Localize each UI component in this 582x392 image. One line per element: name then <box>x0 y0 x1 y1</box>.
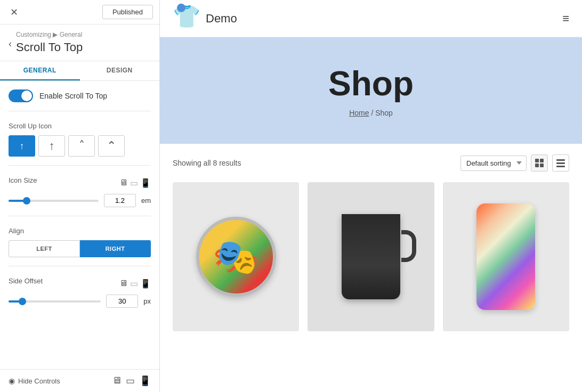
icon-size-input[interactable] <box>104 194 136 207</box>
icon-option-3[interactable]: ⌃ <box>98 135 125 157</box>
icon-option-2[interactable]: ˄ <box>68 135 95 157</box>
svg-rect-6 <box>556 166 565 167</box>
svg-rect-5 <box>556 162 565 164</box>
icon-option-1[interactable]: ↑ <box>38 135 65 157</box>
site-header: 👕 Demo ≡ <box>160 0 582 37</box>
svg-rect-2 <box>535 164 539 167</box>
hamburger-menu[interactable]: ≡ <box>562 12 569 26</box>
tab-general[interactable]: GENERAL <box>0 61 80 80</box>
top-bar: ✕ Published <box>0 0 159 24</box>
icon-size-slider[interactable] <box>9 200 99 202</box>
breadcrumb: Customizing ▶ General <box>16 31 83 38</box>
bottom-bar: ◉ Hide Controls 🖥 ▭ 📱 <box>0 369 159 392</box>
icon-size-unit: em <box>141 197 151 205</box>
side-offset-label: Side Offset <box>9 277 43 285</box>
site-logo: 👕 Demo <box>173 5 237 32</box>
bottom-mobile-icon[interactable]: 📱 <box>139 375 151 387</box>
breadcrumb-part1: Customizing <box>16 31 51 38</box>
svg-rect-4 <box>556 159 565 161</box>
bottom-device-icons: 🖥 ▭ 📱 <box>112 375 151 387</box>
sort-select[interactable]: Default sorting <box>460 156 527 171</box>
toggle-row: Enable Scroll To Top <box>9 89 151 111</box>
offset-control: px <box>9 295 151 308</box>
panel-title: Scroll To Top <box>16 40 83 54</box>
breadcrumb-home-link[interactable]: Home <box>349 109 369 117</box>
left-panel: ✕ Published ‹ Customizing ▶ General Scro… <box>0 0 160 392</box>
list-view-button[interactable] <box>552 154 569 172</box>
offset-tablet-icon[interactable]: ▭ <box>130 279 138 289</box>
offset-desktop-icon[interactable]: 🖥 <box>119 279 128 289</box>
breadcrumb-arrow: ▶ <box>53 31 59 38</box>
product-grid: 🎭 <box>173 182 569 331</box>
size-control: em <box>9 194 151 207</box>
shop-hero: Shop Home / Shop <box>160 37 582 144</box>
svg-rect-3 <box>540 164 544 167</box>
side-offset-section: Side Offset 🖥 ▭ 📱 px <box>9 277 151 308</box>
results-count: Showing all 8 results <box>173 159 241 167</box>
tabs: GENERAL DESIGN <box>0 61 159 81</box>
align-right-button[interactable]: RIGHT <box>80 240 151 257</box>
product-card-0[interactable]: 🎭 <box>173 182 299 331</box>
align-left-button[interactable]: LEFT <box>9 240 80 257</box>
icon-size-header: Icon Size 🖥 ▭ 📱 <box>9 176 151 190</box>
toolbar-right: Default sorting <box>460 154 569 172</box>
breadcrumb-separator: / <box>371 109 375 117</box>
hide-controls-label: Hide Controls <box>18 377 60 385</box>
products-area: Showing all 8 results Default sorting <box>160 144 582 392</box>
side-offset-unit: px <box>143 297 151 305</box>
bottom-tablet-icon[interactable]: ▭ <box>126 375 135 387</box>
grid-view-button[interactable] <box>531 154 548 172</box>
offset-device-icons: 🖥 ▭ 📱 <box>119 279 151 289</box>
enable-toggle[interactable] <box>9 89 33 102</box>
published-button[interactable]: Published <box>102 5 153 19</box>
shop-breadcrumb: Home / Shop <box>171 109 571 117</box>
panel-title-block: Customizing ▶ General Scroll To Top <box>16 31 83 54</box>
tablet-icon[interactable]: ▭ <box>130 178 138 188</box>
hide-controls-icon: ◉ <box>9 377 15 385</box>
close-button[interactable]: ✕ <box>6 5 21 20</box>
right-panel: 👕 Demo ≡ Shop Home / Shop Showing all 8 … <box>160 0 582 392</box>
logo-blob <box>177 3 185 12</box>
shop-title: Shop <box>171 64 571 103</box>
align-label: Align <box>9 227 151 235</box>
align-section: Align LEFT RIGHT <box>9 227 151 266</box>
site-name: Demo <box>206 12 237 26</box>
icon-size-section: Icon Size 🖥 ▭ 📱 em <box>9 176 151 216</box>
tab-design[interactable]: DESIGN <box>80 61 160 80</box>
product-card-2[interactable] <box>443 182 569 331</box>
breadcrumb-part2: General <box>60 31 83 38</box>
device-icons: 🖥 ▭ 📱 <box>119 178 151 188</box>
panel-content: Enable Scroll To Top Scroll Up Icon ↑ ↑ … <box>0 81 159 369</box>
toggle-label: Enable Scroll To Top <box>39 92 107 100</box>
side-offset-slider[interactable] <box>9 300 101 303</box>
icon-size-label: Icon Size <box>9 176 37 184</box>
icon-option-0[interactable]: ↑ <box>9 135 35 157</box>
logo-icon: 👕 <box>173 5 199 32</box>
offset-mobile-icon[interactable]: 📱 <box>140 279 151 289</box>
grid-icon <box>535 159 544 167</box>
mobile-icon[interactable]: 📱 <box>140 178 151 188</box>
side-offset-input[interactable] <box>106 295 138 308</box>
scroll-up-icon-section: Scroll Up Icon ↑ ↑ ˄ ⌃ <box>9 122 151 166</box>
align-buttons: LEFT RIGHT <box>9 240 151 257</box>
scroll-up-icon-label: Scroll Up Icon <box>9 122 151 130</box>
panel-header: ‹ Customizing ▶ General Scroll To Top <box>0 24 159 61</box>
icon-picker: ↑ ↑ ˄ ⌃ <box>9 135 151 166</box>
desktop-icon[interactable]: 🖥 <box>119 178 128 188</box>
list-icon <box>556 159 565 167</box>
hide-controls-button[interactable]: ◉ Hide Controls <box>9 377 60 385</box>
svg-rect-1 <box>540 159 544 162</box>
svg-rect-0 <box>535 159 539 162</box>
breadcrumb-current: Shop <box>375 109 393 117</box>
products-toolbar: Showing all 8 results Default sorting <box>173 154 569 172</box>
back-arrow[interactable]: ‹ <box>9 38 12 50</box>
bottom-desktop-icon[interactable]: 🖥 <box>112 375 122 387</box>
side-offset-header: Side Offset 🖥 ▭ 📱 <box>9 277 151 290</box>
product-card-1[interactable] <box>308 182 434 331</box>
